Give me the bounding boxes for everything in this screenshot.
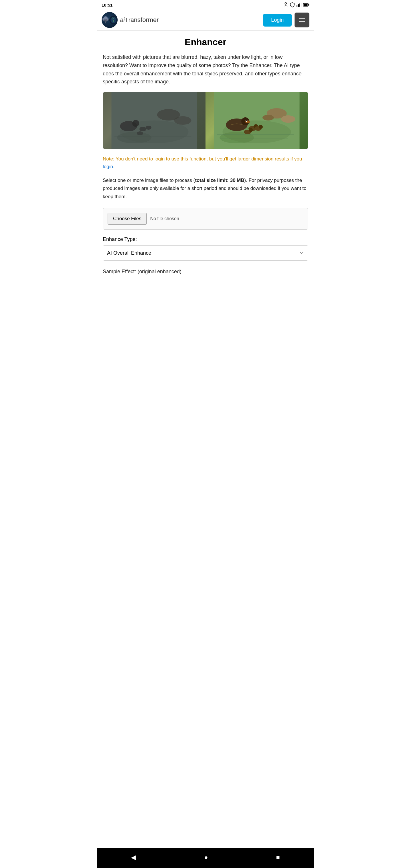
svg-rect-3 xyxy=(299,3,300,7)
svg-point-32 xyxy=(246,120,248,121)
status-time: 10:51 xyxy=(102,3,113,7)
security-icon xyxy=(290,2,294,7)
svg-point-36 xyxy=(259,125,263,129)
header: aiTransformer Login xyxy=(97,10,314,31)
svg-point-44 xyxy=(262,115,274,121)
status-bar: 10:51 xyxy=(97,0,314,10)
image-comparison xyxy=(103,92,308,149)
duck-scene-after xyxy=(205,92,308,149)
image-after xyxy=(205,92,308,149)
logo-icon xyxy=(102,12,118,28)
svg-point-19 xyxy=(137,131,143,135)
svg-point-0 xyxy=(285,3,287,4)
logo-text: aiTransformer xyxy=(120,16,159,24)
svg-rect-1 xyxy=(296,5,297,7)
duck-scene-before xyxy=(103,92,205,149)
svg-rect-6 xyxy=(309,4,309,6)
enhance-type-section: Enhance Type: AI Overall EnhanceSharpeni… xyxy=(103,237,308,267)
svg-point-18 xyxy=(146,126,152,130)
svg-point-24 xyxy=(175,116,191,125)
page-description: Not satisfied with pictures that are blu… xyxy=(103,53,308,86)
notification-icon xyxy=(283,2,288,7)
svg-rect-7 xyxy=(304,4,308,6)
choose-files-button[interactable]: Choose Files xyxy=(107,213,147,225)
battery-icon xyxy=(303,3,309,6)
signal-icon xyxy=(296,3,302,7)
image-before xyxy=(103,92,205,149)
page-title: Enhancer xyxy=(103,37,308,48)
svg-point-17 xyxy=(139,127,147,131)
menu-button[interactable] xyxy=(294,12,309,27)
status-icons xyxy=(283,2,309,7)
instructions: Select one or more image files to proces… xyxy=(103,177,308,201)
file-input-area: Choose Files No file chosen xyxy=(103,208,308,229)
logo-container: aiTransformer xyxy=(102,12,159,28)
main-content: Enhancer Not satisfied with pictures tha… xyxy=(97,31,314,280)
svg-rect-2 xyxy=(298,4,299,7)
svg-point-43 xyxy=(281,115,295,123)
enhance-type-select[interactable]: AI Overall EnhanceSharpeningNoise Reduct… xyxy=(103,245,308,261)
no-file-text: No file chosen xyxy=(150,216,179,221)
login-link[interactable]: login xyxy=(103,164,113,169)
svg-point-16 xyxy=(132,120,139,127)
enhance-type-label: Enhance Type: xyxy=(103,237,308,242)
sample-effect-text: Sample Effect: (original enhanced) xyxy=(103,269,308,275)
file-input-wrapper: Choose Files No file chosen xyxy=(107,213,304,225)
svg-point-38 xyxy=(249,128,253,132)
svg-point-14 xyxy=(117,132,152,143)
svg-rect-4 xyxy=(301,3,302,7)
note-text: Note: You don't need to login to use thi… xyxy=(103,155,308,170)
login-button[interactable]: Login xyxy=(263,14,292,27)
logo-svg xyxy=(109,12,118,28)
header-nav: Login xyxy=(263,12,309,27)
